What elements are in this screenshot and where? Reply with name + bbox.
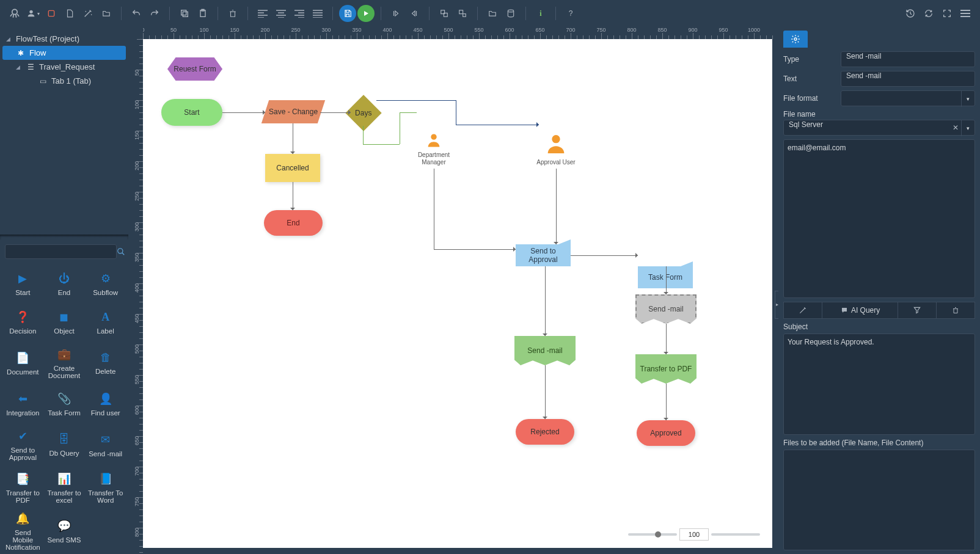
ai-query-button[interactable]: AI Query (822, 302, 899, 319)
input-fileformat[interactable]: ▾ (841, 90, 975, 106)
step-forward-icon[interactable] (387, 5, 404, 22)
fullscreen-icon[interactable] (938, 5, 956, 22)
palette-end[interactable]: ⏻End (44, 265, 85, 303)
search-input[interactable] (5, 244, 117, 259)
align-left-icon[interactable] (254, 5, 271, 22)
tree-project[interactable]: ◢FlowTest (Project) (2, 32, 126, 46)
node-send-mail-selected[interactable]: Send -mail (635, 294, 697, 324)
wand-button[interactable] (783, 302, 822, 319)
stop-icon[interactable] (43, 5, 60, 22)
align-justify-icon[interactable] (309, 5, 326, 22)
palette-subflow[interactable]: ⚙Subflow (85, 265, 126, 303)
node-start[interactable]: Start (161, 99, 222, 126)
node-reuest-form[interactable]: Reuest Form (167, 57, 222, 81)
node-rejected[interactable]: Rejected (516, 419, 574, 445)
help-icon[interactable]: ? (562, 5, 579, 22)
palette-object[interactable]: ◼Object (44, 304, 85, 341)
paste-icon[interactable] (194, 5, 211, 22)
group-icon[interactable] (436, 5, 453, 22)
palette-delete[interactable]: 🗑Delete (85, 342, 126, 385)
step-back-icon[interactable] (406, 5, 423, 22)
palette-find-user[interactable]: 👤Find user (85, 385, 126, 423)
align-right-icon[interactable] (291, 5, 308, 22)
history-icon[interactable] (902, 5, 919, 22)
flow-icon: ✱ (16, 49, 26, 57)
node-task-form[interactable]: Task Form (638, 266, 693, 288)
delete-icon[interactable] (224, 5, 241, 22)
input-filename[interactable]: Sql Server✕▾ (783, 120, 975, 136)
redo-icon[interactable] (146, 5, 163, 22)
palette-transfer-pdf[interactable]: 📑Transfer to PDF (2, 467, 43, 510)
palette-db-query[interactable]: 🗄Db Query (44, 424, 85, 467)
input-type[interactable]: Send -mail (841, 51, 975, 67)
user-icon[interactable]: ▾ (24, 5, 42, 22)
tree-form[interactable]: ◢☰Travel_Request (2, 60, 126, 74)
palette-create-document[interactable]: 💼Create Document (44, 342, 85, 385)
palette-send-mail[interactable]: ✉Send -mail (85, 424, 126, 467)
panel-expand-handle[interactable]: ▸ (775, 291, 778, 319)
tree-tab1[interactable]: ▭Tab 1 (Tab) (2, 74, 126, 88)
play-icon: ▶ (18, 272, 27, 285)
undo-icon[interactable] (128, 5, 145, 22)
palette-send-sms[interactable]: 💬Send SMS (44, 510, 85, 553)
align-center-icon[interactable] (272, 5, 290, 22)
zoom-slider-left[interactable] (628, 533, 677, 536)
separator (332, 7, 333, 20)
palette-send-mobile[interactable]: 🔔Send Mobile Notification (2, 510, 43, 553)
new-file-icon[interactable] (61, 5, 78, 22)
label-fileformat: File format (783, 94, 835, 103)
separator (429, 7, 430, 20)
pdf-icon: 📑 (16, 472, 29, 486)
save-button[interactable] (339, 5, 356, 22)
node-dept-mgr[interactable]: Department Manager (417, 132, 451, 166)
node-send-approval[interactable]: Send to Approval (516, 244, 571, 266)
node-send-mail-left[interactable]: Send -mail (514, 336, 576, 365)
input-text[interactable]: Send -mail (841, 71, 975, 87)
logo-icon[interactable] (6, 5, 23, 22)
node-approval-user[interactable]: Approval User (539, 132, 573, 166)
node-save-change[interactable]: Save - Change (261, 100, 325, 123)
folder-icon[interactable] (98, 5, 115, 22)
palette-integration[interactable]: ⬅Integration (2, 385, 43, 423)
subject-body[interactable]: Your Request is Approved. (783, 333, 975, 435)
divider[interactable] (0, 235, 128, 239)
palette-transfer-word[interactable]: 📘Transfer To Word (85, 467, 126, 510)
canvas[interactable]: Reuest Form Start Save - Change Days Can… (143, 39, 772, 548)
run-button[interactable] (357, 5, 375, 22)
palette-task-form[interactable]: 📎Task Form (44, 385, 85, 423)
database-icon[interactable] (502, 5, 519, 22)
wand-icon[interactable] (79, 5, 97, 22)
filter-button[interactable] (898, 302, 937, 319)
delete-button[interactable] (937, 302, 975, 319)
palette-start[interactable]: ▶Start (2, 265, 43, 303)
palette-decision[interactable]: ❓Decision (2, 304, 43, 341)
gear-icon (791, 34, 800, 44)
palette-send-approval[interactable]: ✔Send to Approval (2, 424, 43, 467)
settings-tab[interactable] (783, 31, 808, 48)
copy-icon[interactable] (176, 5, 193, 22)
db-icon: 🗄 (59, 433, 70, 446)
toolbar-folder-icon[interactable] (484, 5, 501, 22)
info-icon[interactable]: i (532, 5, 549, 22)
menu-icon[interactable] (957, 5, 974, 22)
briefcase-icon: 💼 (57, 348, 71, 361)
chat-icon: 💬 (57, 519, 71, 533)
files-body[interactable] (783, 450, 975, 551)
tree-flow[interactable]: ✱Flow (2, 46, 126, 60)
node-cancelled[interactable]: Cancelled (265, 154, 320, 182)
clear-icon[interactable]: ✕ (953, 123, 959, 132)
zoom-slider-right[interactable] (711, 533, 760, 536)
node-approved[interactable]: Approved (637, 420, 695, 446)
search-icon[interactable] (117, 243, 125, 260)
ungroup-icon[interactable] (454, 5, 471, 22)
palette-transfer-excel[interactable]: 📊Transfer to excel (44, 467, 85, 510)
node-end[interactable]: End (264, 210, 323, 236)
svg-rect-3 (183, 12, 188, 16)
refresh-icon[interactable] (920, 5, 937, 22)
svg-rect-9 (459, 10, 463, 14)
palette-label[interactable]: ALabel (85, 304, 126, 341)
email-body[interactable]: email@email.com (783, 139, 975, 298)
palette-document[interactable]: 📄Document (2, 342, 43, 385)
node-transfer-pdf[interactable]: Transfer to PDF (635, 354, 697, 384)
zoom-value[interactable]: 100 (679, 528, 709, 541)
